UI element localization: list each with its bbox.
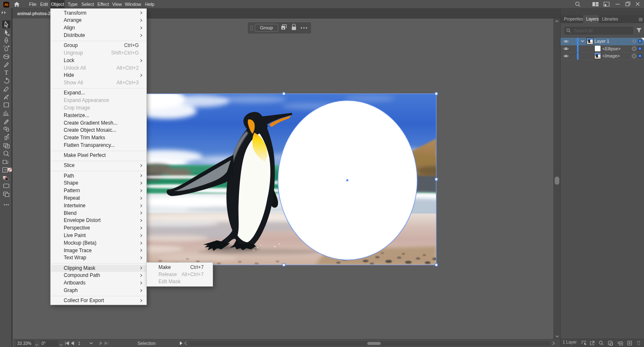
svg-text:1: 1 bbox=[78, 341, 80, 346]
svg-text:Group: Group bbox=[260, 25, 273, 30]
svg-text:<Ellipse>: <Ellipse> bbox=[602, 46, 621, 51]
svg-text:?: ? bbox=[4, 168, 6, 172]
svg-text:<Image>: <Image> bbox=[602, 53, 620, 58]
svg-text:T: T bbox=[5, 70, 8, 76]
svg-text:Layer 1: Layer 1 bbox=[595, 39, 609, 44]
